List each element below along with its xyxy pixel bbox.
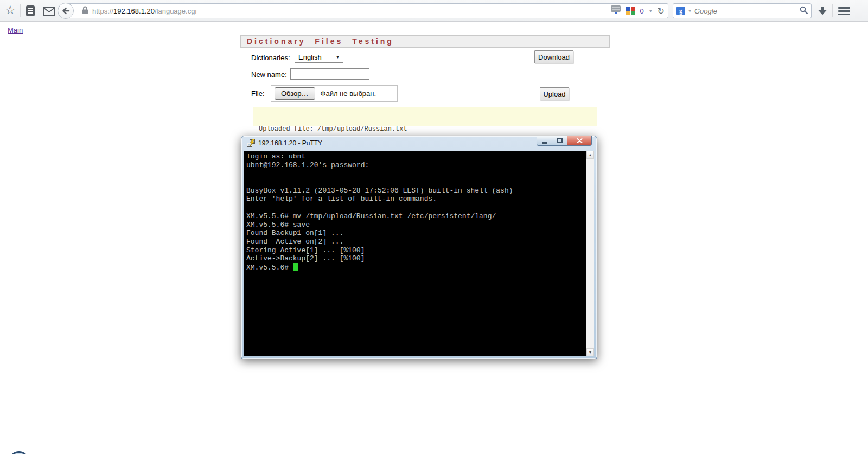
chevron-down-icon[interactable]: ▼ xyxy=(649,9,653,13)
url-text: https://192.168.1.20/language.cgi xyxy=(92,7,196,15)
terminal-line xyxy=(246,203,586,212)
terminal-scrollbar[interactable]: ▲ ▼ xyxy=(586,151,594,356)
bookmark-star-icon[interactable]: ☆ xyxy=(5,4,16,16)
mail-icon[interactable] xyxy=(43,7,55,18)
terminal-line xyxy=(246,169,586,178)
terminal-line: XM.v5.5.6# save xyxy=(246,221,586,229)
scroll-down-button[interactable]: ▼ xyxy=(586,348,594,356)
extension-badge-count: 0 xyxy=(640,7,643,15)
reload-icon[interactable]: ↻ xyxy=(658,6,665,16)
terminal-line: BusyBox v1.11.2 (2013-05-28 17:52:06 EES… xyxy=(246,187,586,195)
network-drive-icon[interactable] xyxy=(610,5,621,17)
terminal-prompt: XM.v5.5.6# xyxy=(246,264,293,272)
file-label: File: xyxy=(251,89,265,98)
downloads-icon[interactable] xyxy=(817,5,828,18)
search-engine-chevron-icon[interactable]: ▼ xyxy=(688,9,692,13)
toolbar-divider xyxy=(832,4,833,17)
google-toolbar-icon[interactable] xyxy=(626,7,635,15)
terminal-line: ubnt@192.168.1.20's password: xyxy=(246,161,586,170)
dictionaries-selected-value: English xyxy=(298,53,322,61)
terminal-line: XM.v5.5.6# mv /tmp/upload/Russian.txt /e… xyxy=(246,212,586,221)
menu-icon[interactable] xyxy=(838,7,850,15)
url-host: 192.168.1.20 xyxy=(113,7,155,15)
file-status-text: Файл не выбран. xyxy=(321,89,376,98)
scroll-up-button[interactable]: ▲ xyxy=(586,151,594,159)
terminal-line: Found Backup1 on[1] ... xyxy=(246,229,586,238)
terminal-line: Found Active on[2] ... xyxy=(246,238,586,246)
download-button[interactable]: Download xyxy=(534,50,573,63)
putty-title-bar[interactable]: 192.168.1.20 - PuTTY xyxy=(241,136,597,151)
minimize-button[interactable] xyxy=(537,136,552,146)
close-button[interactable] xyxy=(567,136,592,146)
upload-button[interactable]: Upload xyxy=(540,87,569,100)
terminal-cursor xyxy=(293,263,298,271)
url-path: /language.cgi xyxy=(155,7,196,15)
terminal[interactable]: login as: ubnt ubnt@192.168.1.20's passw… xyxy=(244,151,586,356)
file-input[interactable]: Обзор… Файл не выбран. xyxy=(271,85,398,102)
dictionaries-select[interactable]: English ▼ xyxy=(295,52,343,63)
toolbar-divider xyxy=(20,4,21,17)
terminal-line: Active->Backup[2] ... [%100] xyxy=(246,254,586,263)
new-name-label: New name: xyxy=(251,71,287,79)
terminal-prompt-line: XM.v5.5.6# xyxy=(246,263,586,272)
terminal-line xyxy=(246,178,586,187)
partial-circle-decoration xyxy=(9,451,29,454)
search-engine-icon[interactable]: g xyxy=(676,7,685,15)
putty-window-title: 192.168.1.20 - PuTTY xyxy=(258,139,322,147)
browser-toolbar: ☆ xyxy=(0,0,868,22)
lock-icon xyxy=(82,6,88,16)
url-bar[interactable]: https://192.168.1.20/language.cgi 0 ▼ xyxy=(67,3,668,18)
putty-window: 192.168.1.20 - PuTTY login as: ubnt ubnt… xyxy=(241,136,597,359)
uploaded-file-line: Uploaded file: /tmp/upload/Russian.txt xyxy=(259,125,591,133)
back-button[interactable] xyxy=(58,3,74,19)
new-name-input[interactable] xyxy=(290,68,369,80)
dictionaries-label: Dictionaries: xyxy=(251,54,290,62)
screen: ☆ xyxy=(0,0,868,454)
search-icon[interactable] xyxy=(800,6,808,16)
page-title: Dictionary Files Testing xyxy=(240,35,610,48)
main-link[interactable]: Main xyxy=(8,26,23,34)
select-arrow-icon: ▼ xyxy=(336,55,340,59)
terminal-line: Storing Active[1] ... [%100] xyxy=(246,246,586,255)
maximize-button[interactable] xyxy=(552,136,567,146)
upload-message-box: Uploaded file: /tmp/upload/Russian.txt U… xyxy=(253,107,597,126)
reading-list-icon[interactable] xyxy=(25,5,35,19)
terminal-line: Enter 'help' for a list of built-in comm… xyxy=(246,195,586,203)
terminal-line: login as: ubnt xyxy=(246,152,586,161)
browse-button[interactable]: Обзор… xyxy=(275,87,315,100)
putty-icon xyxy=(246,139,256,150)
url-scheme: https:// xyxy=(92,7,113,15)
search-input[interactable] xyxy=(694,7,797,15)
search-bar[interactable]: g ▼ xyxy=(673,3,812,18)
